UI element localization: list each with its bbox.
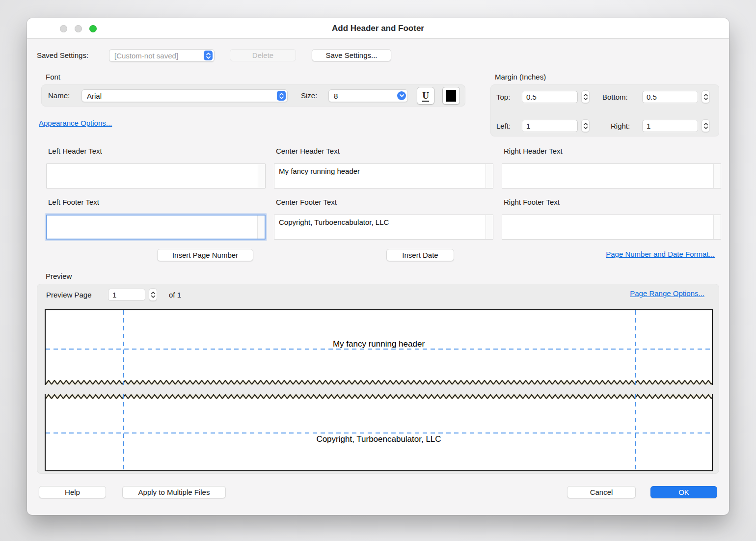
chevron-up-icon xyxy=(583,94,588,97)
margin-left-label: Left: xyxy=(496,122,511,130)
torn-edge xyxy=(46,380,712,385)
center-header-textarea[interactable]: My fancy running header xyxy=(274,163,493,189)
preview-footer-text: Copyright, Turboencabulator, LLC xyxy=(46,434,712,444)
dialog-title: Add Header and Footer xyxy=(27,18,729,39)
add-header-footer-dialog: Add Header and Footer Saved Settings: [C… xyxy=(27,18,729,515)
chevron-down-icon xyxy=(151,295,156,298)
preview-group-label: Preview xyxy=(46,272,72,280)
center-header-label: Center Header Text xyxy=(276,147,340,155)
center-footer-label: Center Footer Text xyxy=(276,198,337,206)
left-header-textarea[interactable] xyxy=(46,163,266,189)
color-swatch-icon xyxy=(446,90,456,102)
preview-panel: Preview Page of 1 Page Range Options... … xyxy=(37,284,719,474)
preview-page-input[interactable] xyxy=(108,289,145,301)
preview-page-area: My fancy running header Copyright, Turbo… xyxy=(45,309,713,471)
delete-button: Delete xyxy=(230,49,296,61)
font-color-button[interactable] xyxy=(442,87,460,105)
cancel-button[interactable]: Cancel xyxy=(567,486,636,498)
page-range-options-link[interactable]: Page Range Options... xyxy=(630,289,704,298)
right-footer-label: Right Footer Text xyxy=(504,198,560,206)
saved-settings-label: Saved Settings: xyxy=(37,51,88,59)
underline-icon: U xyxy=(422,90,429,102)
margin-right-label: Right: xyxy=(611,122,630,130)
preview-header-text: My fancy running header xyxy=(46,339,712,349)
preview-page-bottom-half: Copyright, Turboencabulator, LLC xyxy=(45,394,713,471)
underline-button[interactable]: U xyxy=(417,87,434,105)
margin-top-stepper[interactable] xyxy=(581,90,590,103)
insert-date-button[interactable]: Insert Date xyxy=(386,249,454,261)
right-header-textarea[interactable] xyxy=(502,163,721,189)
preview-page-stepper[interactable] xyxy=(149,288,157,301)
popup-stepper-icon xyxy=(204,51,213,60)
margin-left-stepper[interactable] xyxy=(581,119,590,132)
font-name-label: Name: xyxy=(48,91,70,100)
torn-edge xyxy=(46,394,712,399)
chevron-up-icon xyxy=(703,94,708,97)
font-name-value: Arial xyxy=(87,92,277,100)
left-header-field-wrap xyxy=(46,163,266,189)
chevron-down-icon xyxy=(703,126,708,129)
preview-page-top-half: My fancy running header xyxy=(45,309,713,385)
left-header-label: Left Header Text xyxy=(48,147,102,155)
margin-top-input[interactable] xyxy=(522,91,578,103)
font-size-combobox[interactable]: 8 xyxy=(328,89,408,102)
margin-groupbox: Top: Bottom: Left: Right: xyxy=(490,84,719,136)
left-footer-label: Left Footer Text xyxy=(48,198,99,206)
font-group-label: Font xyxy=(46,73,60,81)
chevron-down-icon xyxy=(397,91,406,100)
margin-bottom-stepper[interactable] xyxy=(702,90,710,103)
preview-page-label: Preview Page xyxy=(46,291,92,299)
chevron-up-icon xyxy=(703,123,708,126)
font-name-dropdown[interactable]: Arial xyxy=(81,89,288,102)
preview-page-count: of 1 xyxy=(169,291,181,299)
chevron-up-icon xyxy=(151,292,156,295)
margin-left-input[interactable] xyxy=(522,120,578,132)
margin-group-label: Margin (Inches) xyxy=(495,73,546,81)
margin-bottom-input[interactable] xyxy=(642,91,698,103)
margin-right-stepper[interactable] xyxy=(702,119,710,132)
font-groupbox: Name: Arial Size: 8 U xyxy=(41,84,465,107)
page-number-date-format-link[interactable]: Page Number and Date Format... xyxy=(606,250,715,258)
chevron-down-icon xyxy=(703,97,708,100)
popup-stepper-icon xyxy=(277,91,286,101)
chevron-down-icon xyxy=(583,126,588,129)
saved-settings-dropdown[interactable]: [Custom-not saved] xyxy=(109,49,215,62)
saved-settings-value: [Custom-not saved] xyxy=(114,52,204,60)
right-header-field-wrap xyxy=(502,163,721,189)
appearance-options-link[interactable]: Appearance Options... xyxy=(39,119,112,127)
right-footer-textarea[interactable] xyxy=(502,215,721,240)
save-settings-button[interactable]: Save Settings... xyxy=(312,49,391,61)
left-footer-field-wrap xyxy=(46,215,266,240)
center-header-field-wrap: My fancy running header xyxy=(274,163,493,189)
margin-top-label: Top: xyxy=(496,93,510,101)
ok-button[interactable]: OK xyxy=(650,486,717,498)
help-button[interactable]: Help xyxy=(39,486,106,498)
chevron-down-icon xyxy=(583,97,588,100)
margin-bottom-label: Bottom: xyxy=(602,93,628,101)
top-margin-guide xyxy=(46,349,712,350)
center-footer-textarea[interactable]: Copyright, Turboencabulator, LLC xyxy=(274,215,493,240)
right-footer-field-wrap xyxy=(502,215,721,240)
apply-to-multiple-files-button[interactable]: Apply to Multiple Files xyxy=(122,486,226,498)
center-footer-field-wrap: Copyright, Turboencabulator, LLC xyxy=(274,215,493,240)
left-footer-textarea[interactable] xyxy=(46,215,266,240)
bottom-margin-guide xyxy=(46,433,712,433)
right-header-label: Right Header Text xyxy=(504,147,563,155)
margin-right-input[interactable] xyxy=(642,120,698,132)
chevron-up-icon xyxy=(583,123,588,126)
font-size-label: Size: xyxy=(301,91,317,100)
font-size-value: 8 xyxy=(334,92,397,100)
title-bar: Add Header and Footer xyxy=(27,18,729,39)
insert-page-number-button[interactable]: Insert Page Number xyxy=(157,249,253,261)
